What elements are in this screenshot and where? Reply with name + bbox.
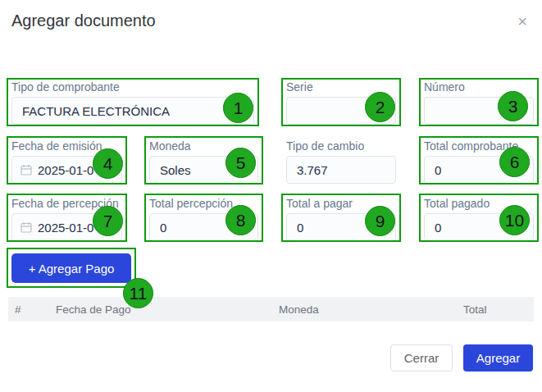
field-tipo-comprobante: Tipo de comprobante: [11, 80, 254, 125]
field-tipo-cambio: Tipo de cambio: [286, 139, 396, 184]
col-number: #: [15, 303, 21, 316]
field-total-a-pagar: Total a pagar: [286, 197, 396, 241]
agregar-button[interactable]: Agregar: [463, 344, 533, 371]
calendar-icon: [20, 164, 32, 175]
field-numero: Número: [424, 80, 534, 125]
total-pagado-label: Total pagado: [424, 197, 534, 210]
moneda-input[interactable]: [149, 156, 258, 184]
tipo-comprobante-input[interactable]: [11, 97, 254, 125]
field-serie: Serie: [286, 80, 396, 125]
moneda-label: Moneda: [149, 139, 258, 153]
total-percepcion-label: Total percepción: [149, 197, 258, 210]
field-total-comprobante: Total comprobante: [424, 139, 534, 184]
agregar-pago-button[interactable]: + Agregar Pago: [11, 253, 131, 283]
payments-table-header: # Fecha de Pago Moneda Total: [8, 297, 534, 321]
calendar-icon: [20, 221, 32, 233]
total-pagado-input[interactable]: [424, 213, 534, 241]
total-comprobante-label: Total comprobante: [424, 139, 534, 153]
tipo-cambio-input[interactable]: [286, 156, 396, 184]
field-fecha-percepcion: Fecha de percepción 2025-01-0: [11, 197, 122, 241]
col-moneda: Moneda: [279, 303, 319, 316]
serie-label: Serie: [286, 80, 396, 93]
col-total: Total: [463, 303, 487, 316]
cerrar-button[interactable]: Cerrar: [390, 344, 453, 371]
total-a-pagar-label: Total a pagar: [286, 197, 396, 210]
fecha-emision-input[interactable]: 2025-01-0: [11, 156, 122, 184]
modal-title: Agregar documento: [11, 11, 156, 30]
add-document-modal: Agregar documento × Tipo de comprobante …: [0, 0, 542, 392]
numero-input[interactable]: [424, 97, 534, 125]
tipo-comprobante-label: Tipo de comprobante: [11, 80, 254, 93]
total-comprobante-input[interactable]: [424, 156, 534, 184]
col-fecha-pago: Fecha de Pago: [56, 303, 131, 316]
tipo-cambio-label: Tipo de cambio: [286, 139, 396, 153]
total-percepcion-input[interactable]: [149, 213, 258, 241]
close-icon[interactable]: ×: [512, 11, 532, 31]
field-total-percepcion: Total percepción: [149, 197, 258, 241]
fecha-emision-label: Fecha de emisión: [11, 139, 122, 153]
serie-input[interactable]: [286, 97, 396, 125]
field-moneda: Moneda: [149, 139, 258, 184]
total-a-pagar-input[interactable]: [286, 213, 396, 241]
numero-label: Número: [424, 80, 534, 93]
field-total-pagado: Total pagado: [424, 197, 534, 241]
fecha-emision-value: 2025-01-0: [38, 163, 93, 177]
fecha-percepcion-value: 2025-01-0: [38, 221, 93, 235]
field-fecha-emision: Fecha de emisión 2025-01-0: [11, 139, 122, 184]
fecha-percepcion-label: Fecha de percepción: [11, 197, 122, 210]
fecha-percepcion-input[interactable]: 2025-01-0: [11, 213, 122, 241]
